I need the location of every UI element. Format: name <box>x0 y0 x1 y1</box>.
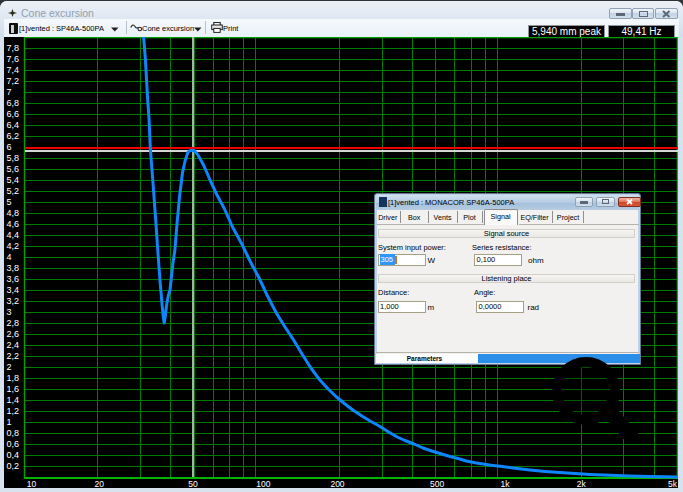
svg-text:1,6: 1,6 <box>7 384 20 394</box>
svg-text:6,2: 6,2 <box>7 131 20 141</box>
svg-text:7,4: 7,4 <box>7 65 20 75</box>
svg-text:4,6: 4,6 <box>7 219 20 229</box>
svg-text:100: 100 <box>256 479 270 489</box>
svg-text:10: 10 <box>27 479 37 489</box>
svg-text:6: 6 <box>7 142 12 152</box>
svg-text:4,4: 4,4 <box>7 230 20 240</box>
svg-text:2k: 2k <box>577 479 587 489</box>
svg-text:1: 1 <box>7 417 12 427</box>
svg-text:2,2: 2,2 <box>7 351 20 361</box>
svg-text:3,8: 3,8 <box>7 263 20 273</box>
svg-text:3,2: 3,2 <box>7 296 20 306</box>
svg-text:4: 4 <box>7 252 12 262</box>
svg-text:3,4: 3,4 <box>7 285 20 295</box>
svg-text:4,2: 4,2 <box>7 241 20 251</box>
svg-text:1,8: 1,8 <box>7 373 20 383</box>
svg-text:0,8: 0,8 <box>7 428 20 438</box>
svg-text:2,8: 2,8 <box>7 318 20 328</box>
svg-text:2,6: 2,6 <box>7 329 20 339</box>
svg-text:2: 2 <box>7 362 12 372</box>
svg-text:7,8: 7,8 <box>7 43 20 53</box>
svg-text:5: 5 <box>7 197 12 207</box>
svg-text:0,6: 0,6 <box>7 439 20 449</box>
svg-text:1,4: 1,4 <box>7 395 20 405</box>
svg-text:20: 20 <box>95 479 105 489</box>
svg-text:5,8: 5,8 <box>7 153 20 163</box>
svg-text:0,2: 0,2 <box>7 461 20 471</box>
svg-text:50: 50 <box>188 479 198 489</box>
svg-text:200: 200 <box>330 479 344 489</box>
svg-text:6,6: 6,6 <box>7 109 20 119</box>
svg-text:7,6: 7,6 <box>7 54 20 64</box>
svg-text:6,8: 6,8 <box>7 98 20 108</box>
svg-text:5,2: 5,2 <box>7 186 20 196</box>
svg-text:1,2: 1,2 <box>7 406 20 416</box>
svg-text:7,2: 7,2 <box>7 76 20 86</box>
svg-text:500: 500 <box>430 479 444 489</box>
svg-text:5,6: 5,6 <box>7 164 20 174</box>
svg-text:5k: 5k <box>668 479 678 489</box>
svg-text:7: 7 <box>7 87 12 97</box>
svg-text:3: 3 <box>7 307 12 317</box>
svg-text:5,4: 5,4 <box>7 175 20 185</box>
svg-text:3,6: 3,6 <box>7 274 20 284</box>
svg-text:4,8: 4,8 <box>7 208 20 218</box>
svg-text:0,4: 0,4 <box>7 450 20 460</box>
svg-text:6,4: 6,4 <box>7 120 20 130</box>
svg-text:1k: 1k <box>501 479 511 489</box>
svg-text:2,4: 2,4 <box>7 340 20 350</box>
